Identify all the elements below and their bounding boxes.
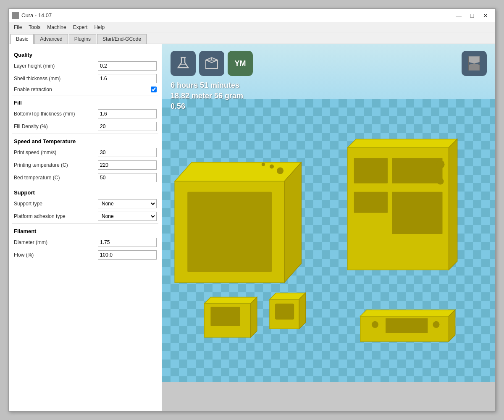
svg-rect-3 <box>187 192 272 272</box>
support-type-row: Support type None Touching buildplate Ev… <box>12 198 158 209</box>
tab-plugins[interactable]: Plugins <box>69 34 96 44</box>
window-title: Cura - 14.07 <box>21 12 452 18</box>
svg-rect-23 <box>275 304 294 320</box>
bottom-top-thickness-input[interactable] <box>98 109 157 118</box>
bed-temp-row: Bed temperature (C) <box>12 172 158 183</box>
menu-tools[interactable]: Tools <box>25 24 44 31</box>
platform-adhesion-row: Platform adhesion type None Brim Raft <box>12 211 158 222</box>
diameter-input[interactable] <box>98 238 157 247</box>
shell-thickness-input[interactable] <box>98 74 157 83</box>
svg-rect-13 <box>392 192 442 234</box>
app-icon <box>12 12 19 19</box>
main-content: Quality Layer height (mm) Shell thicknes… <box>9 44 495 411</box>
tool-icon-2[interactable] <box>199 51 224 76</box>
svg-marker-32 <box>469 56 480 63</box>
bed-temp-label: Bed temperature (C) <box>14 175 98 181</box>
printing-temp-input[interactable] <box>98 160 157 170</box>
menu-machine[interactable]: Machine <box>44 24 69 31</box>
layer-height-row: Layer height (mm) <box>12 60 158 71</box>
menu-file[interactable]: File <box>10 24 25 31</box>
tab-start-end-gcode[interactable]: Start/End-GCode <box>97 34 147 44</box>
fill-header: Fill <box>14 100 158 106</box>
fill-density-row: Fill Density (%) <box>12 121 158 132</box>
tab-basic[interactable]: Basic <box>10 34 34 44</box>
titlebar: Cura - 14.07 — □ ✕ <box>9 9 495 22</box>
print-speed-label: Print speed (mm/s) <box>14 150 98 155</box>
fill-density-input[interactable] <box>98 122 157 131</box>
svg-point-5 <box>270 164 274 168</box>
retraction-checkbox[interactable] <box>151 87 157 92</box>
svg-point-27 <box>372 321 378 328</box>
3d-viewport[interactable]: YM 6 hours 51 minutes 18.82 meter 56 gra… <box>162 44 495 411</box>
svg-marker-17 <box>204 297 257 304</box>
support-type-label: Support type <box>14 201 98 207</box>
svg-marker-22 <box>299 293 305 329</box>
tabbar: Basic Advanced Plugins Start/End-GCode <box>9 32 495 44</box>
svg-point-14 <box>436 160 444 168</box>
svg-point-6 <box>262 163 265 166</box>
svg-marker-25 <box>360 310 455 316</box>
menu-expert[interactable]: Expert <box>70 24 91 31</box>
svg-rect-19 <box>210 307 240 326</box>
quality-header: Quality <box>14 52 158 58</box>
diameter-label: Diameter (mm) <box>14 239 98 245</box>
flow-input[interactable] <box>98 250 157 260</box>
speed-temp-header: Speed and Temperature <box>14 138 158 144</box>
info-line2: 18.82 meter 56 gram <box>171 91 243 101</box>
close-button[interactable]: ✕ <box>479 11 492 20</box>
svg-marker-8 <box>348 139 457 147</box>
svg-point-28 <box>433 321 439 328</box>
bed-temp-input[interactable] <box>98 173 157 182</box>
svg-rect-10 <box>354 158 388 183</box>
tool-icon-ym[interactable]: YM <box>228 51 253 76</box>
tab-advanced[interactable]: Advanced <box>34 34 68 44</box>
retraction-row: Enable retraction <box>12 86 158 93</box>
retraction-label: Enable retraction <box>14 87 151 92</box>
layer-height-input[interactable] <box>98 61 157 71</box>
minimize-button[interactable]: — <box>452 11 465 20</box>
svg-point-15 <box>437 178 444 185</box>
viewport-info: 6 hours 51 minutes 18.82 meter 56 gram 0… <box>171 80 243 112</box>
ym-label: YM <box>235 59 246 68</box>
info-line3: 0.56 <box>171 101 243 112</box>
print-speed-input[interactable] <box>98 148 157 157</box>
svg-rect-29 <box>386 318 428 333</box>
shell-thickness-row: Shell thickness (mm) <box>12 73 158 84</box>
box-icon <box>204 56 219 71</box>
support-type-select[interactable]: None Touching buildplate Everywhere <box>98 199 157 208</box>
window-controls: — □ ✕ <box>452 11 492 20</box>
platform-adhesion-select[interactable]: None Brim Raft <box>98 212 157 221</box>
shell-thickness-label: Shell thickness (mm) <box>14 76 98 81</box>
info-line1: 6 hours 51 minutes <box>171 80 243 91</box>
left-panel: Quality Layer height (mm) Shell thicknes… <box>9 44 162 411</box>
toolbar-icons: YM <box>171 51 253 76</box>
diameter-row: Diameter (mm) <box>12 237 158 248</box>
bottom-top-thickness-label: Bottom/Top thickness (mm) <box>14 111 98 117</box>
layer-height-label: Layer height (mm) <box>14 63 98 69</box>
svg-marker-9 <box>449 139 457 270</box>
hourglass-icon <box>466 55 483 72</box>
fill-density-label: Fill Density (%) <box>14 123 98 129</box>
filament-header: Filament <box>14 228 158 234</box>
tool-icon-1[interactable] <box>171 51 196 76</box>
printing-temp-row: Printing temperature (C) <box>12 160 158 171</box>
menubar: File Tools Machine Expert Help <box>9 22 495 32</box>
menu-help[interactable]: Help <box>91 24 108 31</box>
svg-rect-30 <box>181 57 186 58</box>
platform-adhesion-label: Platform adhesion type <box>14 213 98 219</box>
flow-label: Flow (%) <box>14 252 98 258</box>
svg-marker-2 <box>284 162 301 282</box>
flow-row: Flow (%) <box>12 249 158 260</box>
print-speed-row: Print speed (mm/s) <box>12 147 158 158</box>
svg-marker-33 <box>469 63 480 71</box>
maximize-button[interactable]: □ <box>466 11 478 20</box>
printing-temp-label: Printing temperature (C) <box>14 162 98 168</box>
support-header: Support <box>14 189 158 196</box>
flask-icon <box>176 56 191 71</box>
svg-rect-31 <box>206 60 218 68</box>
tool-icon-right[interactable] <box>462 51 487 76</box>
svg-rect-12 <box>354 192 388 213</box>
svg-marker-18 <box>251 297 257 337</box>
svg-point-4 <box>277 167 284 174</box>
main-window: Cura - 14.07 — □ ✕ File Tools Machine Ex… <box>8 8 496 412</box>
